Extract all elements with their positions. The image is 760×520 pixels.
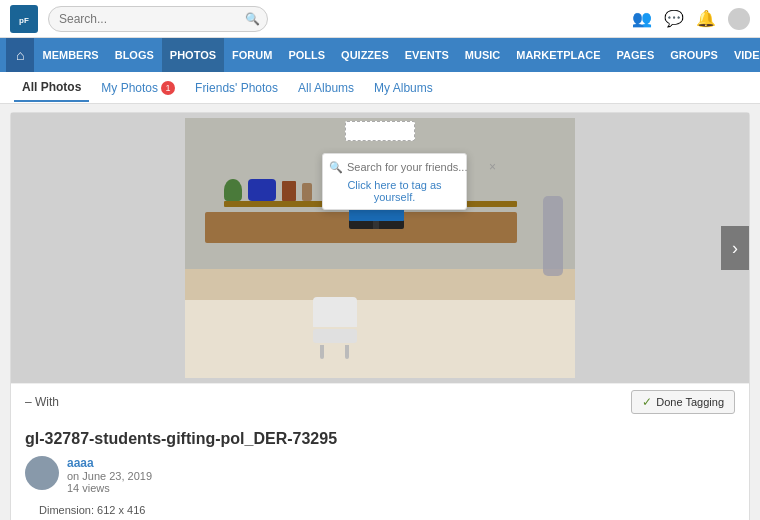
- avatar[interactable]: [728, 8, 750, 30]
- photo-bottom-bar: – With ✓ Done Tagging: [11, 383, 749, 420]
- nav-marketplace[interactable]: MARKETPLACE: [508, 38, 608, 72]
- top-bar: pF 🔍 👥 💬 🔔: [0, 0, 760, 38]
- vase-decoration: [302, 183, 312, 201]
- chair-seat: [313, 329, 357, 343]
- sub-nav-all-photos[interactable]: All Photos: [14, 74, 89, 102]
- nav-polls[interactable]: POLLS: [280, 38, 333, 72]
- photo-info: gl-32787-students-gifting-pol_DER-73295 …: [11, 420, 749, 520]
- topbar-right: 👥 💬 🔔: [632, 8, 750, 30]
- nav-bar: ⌂ MEMBERS BLOGS PHOTOS FORUM POLLS QUIZZ…: [0, 38, 760, 72]
- search-input[interactable]: [48, 6, 268, 32]
- bell-icon[interactable]: 🔔: [696, 9, 716, 28]
- tag-popup-close-button[interactable]: ×: [489, 160, 496, 174]
- dimension-line: Dimension: 612 x 416: [39, 502, 735, 520]
- nav-music[interactable]: MUSIC: [457, 38, 508, 72]
- next-photo-button[interactable]: ›: [721, 226, 749, 270]
- chair-leg-right: [345, 345, 349, 359]
- logo-image: pF: [10, 5, 38, 33]
- nav-events[interactable]: EVENTS: [397, 38, 457, 72]
- svg-text:pF: pF: [19, 16, 29, 25]
- speaker-decoration: [248, 179, 276, 201]
- tag-friend-input[interactable]: [347, 161, 485, 173]
- tag-label-area: [345, 121, 415, 141]
- tag-search-icon: 🔍: [329, 161, 343, 174]
- nav-photos[interactable]: PHOTOS: [162, 38, 224, 72]
- sub-nav-all-albums[interactable]: All Albums: [290, 75, 362, 101]
- nav-quizzes[interactable]: QUIZZES: [333, 38, 397, 72]
- monitor-stand: [373, 221, 379, 229]
- sub-nav-my-albums[interactable]: My Albums: [366, 75, 441, 101]
- meta-text: aaaa on June 23, 2019 14 views: [67, 456, 152, 494]
- nav-pages[interactable]: PAGES: [609, 38, 663, 72]
- plant-decoration: [224, 179, 242, 201]
- tag-self-link[interactable]: Click here to tag as yourself.: [329, 179, 460, 203]
- chat-icon[interactable]: 💬: [664, 9, 684, 28]
- skateboard: [543, 196, 563, 276]
- sub-nav-friends-photos[interactable]: Friends' Photos: [187, 75, 286, 101]
- chair-legs: [310, 345, 360, 359]
- photo-details: Dimension: 612 x 416 File Size: 39.53 Kb…: [25, 502, 735, 520]
- photo-title: gl-32787-students-gifting-pol_DER-73295: [25, 430, 735, 448]
- home-icon: ⌂: [16, 47, 24, 63]
- sub-nav: All Photos My Photos 1 Friends' Photos A…: [0, 72, 760, 104]
- nav-groups[interactable]: GROUPS: [662, 38, 726, 72]
- chair-back: [313, 297, 357, 327]
- book-decoration: [282, 181, 296, 201]
- photo-meta: aaaa on June 23, 2019 14 views: [25, 456, 735, 494]
- chair-leg-left: [320, 345, 324, 359]
- search-bar[interactable]: 🔍: [48, 6, 268, 32]
- author-name[interactable]: aaaa: [67, 456, 152, 470]
- nav-videos[interactable]: VIDEOS: [726, 38, 760, 72]
- tag-popup-header: 🔍 ×: [329, 160, 460, 174]
- users-icon[interactable]: 👥: [632, 9, 652, 28]
- chair: [310, 297, 360, 357]
- photo-viewer: 🔍 × Click here to tag as yourself. ›: [11, 113, 749, 383]
- main-content: 🔍 × Click here to tag as yourself. › – W…: [10, 112, 750, 520]
- search-icon: 🔍: [245, 12, 260, 26]
- nav-forum[interactable]: FORUM: [224, 38, 280, 72]
- done-tagging-button[interactable]: ✓ Done Tagging: [631, 390, 735, 414]
- tag-popup: 🔍 × Click here to tag as yourself.: [322, 153, 467, 210]
- with-label: – With: [25, 395, 59, 409]
- check-icon: ✓: [642, 395, 652, 409]
- nav-blogs[interactable]: BLOGS: [107, 38, 162, 72]
- done-tagging-label: Done Tagging: [656, 396, 724, 408]
- my-photos-badge: 1: [161, 81, 175, 95]
- nav-members[interactable]: MEMBERS: [34, 38, 106, 72]
- view-count: 14 views: [67, 482, 152, 494]
- logo[interactable]: pF: [10, 5, 38, 33]
- post-date: on June 23, 2019: [67, 470, 152, 482]
- author-avatar[interactable]: [25, 456, 59, 490]
- sub-nav-my-photos[interactable]: My Photos 1: [93, 75, 183, 101]
- nav-home[interactable]: ⌂: [6, 38, 34, 72]
